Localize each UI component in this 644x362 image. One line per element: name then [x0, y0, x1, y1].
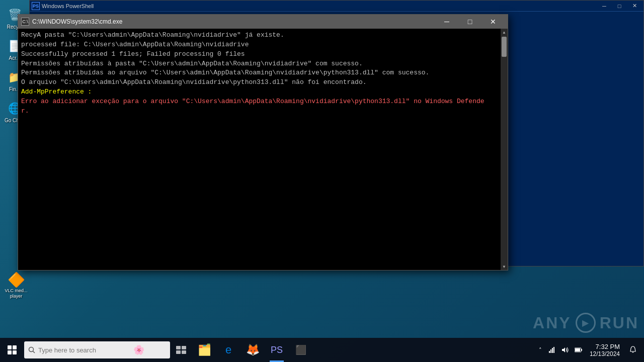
start-button[interactable] — [0, 338, 24, 362]
cmd-title-text: C:\WINDOWS\system32\cmd.exe — [32, 18, 122, 25]
volume-icon — [562, 347, 569, 353]
powershell-icon: PS — [32, 2, 40, 10]
tray-battery-icon[interactable] — [573, 338, 585, 362]
powershell-title: Windows PowerShell — [42, 3, 94, 9]
windows-logo-icon — [8, 345, 17, 354]
cmd-window: C:\ C:\WINDOWS\system32\cmd.exe ─ □ ✕ Re… — [18, 14, 508, 270]
taskbar-app-cmd[interactable]: ⬛ — [289, 338, 313, 362]
taskbar-app-powershell[interactable]: PS — [265, 338, 289, 362]
cmd-line-7: Erro ao adicionar exceção para o arquivo… — [21, 97, 505, 107]
tray-network-icon[interactable] — [546, 338, 558, 362]
desktop-icon-vlc[interactable]: 🔶 VLC med...player — [2, 272, 30, 299]
system-tray: ˄ — [535, 338, 644, 362]
vlc-label: VLC med...player — [5, 288, 27, 299]
anyrun-text: ANY — [533, 314, 572, 332]
svg-rect-8 — [552, 348, 553, 353]
cmd-content[interactable]: RecyA pasta "C:\Users\admin\AppData\Roam… — [18, 29, 508, 270]
notification-button[interactable] — [625, 338, 641, 362]
cmd-icon: C:\ — [21, 18, 29, 26]
cmd-line-2: Successfully processed 1 files; Failed p… — [21, 50, 505, 59]
cmd-close-button[interactable]: ✕ — [481, 15, 505, 29]
anyrun-run-text: RUN — [600, 314, 639, 332]
ps-minimize-button[interactable]: ─ — [597, 2, 611, 11]
svg-line-1 — [33, 351, 35, 353]
svg-rect-5 — [182, 350, 186, 354]
svg-rect-2 — [176, 346, 181, 349]
svg-rect-13 — [581, 349, 582, 351]
taskbar-app-explorer[interactable]: 🗂️ — [192, 338, 216, 362]
taskbar-apps: 🗂️ e 🦊 PS ⬛ — [192, 338, 313, 362]
search-icon — [28, 346, 35, 353]
edge-icon: e — [225, 343, 231, 356]
ps-close-button[interactable]: ✕ — [627, 2, 641, 11]
cmd-line-5: O arquivo "C:\Users\admin\AppData\Roamin… — [21, 78, 505, 87]
vlc-icon: 🔶 — [8, 272, 25, 288]
firefox-icon: 🦊 — [246, 343, 260, 356]
notification-icon — [629, 346, 637, 354]
cmd-line-4: Permissões atribuídas ao arquivo "C:\Use… — [21, 68, 505, 78]
system-clock[interactable]: 7:32 PM 12/13/2024 — [586, 338, 624, 362]
network-icon — [549, 347, 556, 353]
cmd-controls: ─ □ ✕ — [435, 15, 505, 29]
search-input[interactable] — [38, 346, 129, 354]
anyrun-play-icon: ▶ — [576, 313, 596, 333]
svg-rect-4 — [176, 350, 181, 354]
svg-rect-9 — [553, 347, 554, 353]
task-view-button[interactable] — [170, 338, 192, 362]
tray-expand-button[interactable]: ˄ — [535, 338, 545, 362]
ps-title-left: PS Windows PowerShell — [32, 2, 94, 10]
cmd-minimize-button[interactable]: ─ — [435, 15, 458, 29]
clock-date: 12/13/2024 — [590, 350, 620, 357]
anyrun-watermark: ANY ▶ RUN — [533, 313, 639, 333]
svg-rect-12 — [575, 348, 580, 351]
ps-controls: ─ □ ✕ — [597, 2, 641, 11]
svg-marker-10 — [562, 347, 565, 352]
svg-rect-3 — [182, 346, 186, 349]
ps-maximize-button[interactable]: □ — [612, 2, 626, 11]
cmd-title-left: C:\ C:\WINDOWS\system32\cmd.exe — [21, 18, 122, 26]
search-bar[interactable]: 🌸 — [24, 341, 170, 358]
task-view-icon — [176, 346, 186, 354]
cmd-titlebar: C:\ C:\WINDOWS\system32\cmd.exe ─ □ ✕ — [18, 15, 508, 29]
desktop: 🗑️ Recy... 📄 Acr... 📁 Fin... 🌐 Go Chr...… — [0, 0, 644, 362]
cmd-line-8: r. — [21, 107, 505, 116]
cmd-taskbar-icon: ⬛ — [295, 344, 306, 355]
cmd-line-1: processed file: C:\Users\admin\AppData\R… — [21, 40, 505, 50]
cmd-maximize-button[interactable]: □ — [458, 15, 481, 29]
scroll-thumb[interactable] — [502, 37, 507, 57]
cmd-line-0: RecyA pasta "C:\Users\admin\AppData\Roam… — [21, 31, 505, 40]
taskbar-app-firefox[interactable]: 🦊 — [240, 338, 265, 362]
svg-point-0 — [29, 347, 34, 352]
svg-rect-6 — [549, 351, 550, 353]
taskbar: 🌸 🗂️ e 🦊 — [0, 338, 644, 362]
explorer-icon: 🗂️ — [198, 343, 211, 356]
tray-volume-icon[interactable] — [559, 338, 572, 362]
battery-icon — [575, 347, 583, 352]
taskbar-app-edge[interactable]: e — [216, 338, 240, 362]
cmd-line-3: Permissões atribuídas à pasta "C:\Users\… — [21, 59, 505, 69]
clock-time: 7:32 PM — [596, 343, 620, 350]
cmd-scrollbar[interactable]: ▲ ▼ — [501, 29, 508, 270]
powershell-taskbar-icon: PS — [271, 345, 283, 355]
cortana-flower-icon: 🌸 — [132, 343, 146, 357]
powershell-titlebar: PS Windows PowerShell ─ □ ✕ — [30, 1, 643, 12]
scroll-down-arrow[interactable]: ▼ — [501, 263, 508, 270]
scroll-up-arrow[interactable]: ▲ — [501, 29, 508, 36]
cmd-line-6: Add-MpPreference : — [21, 87, 505, 97]
svg-rect-7 — [550, 349, 551, 353]
